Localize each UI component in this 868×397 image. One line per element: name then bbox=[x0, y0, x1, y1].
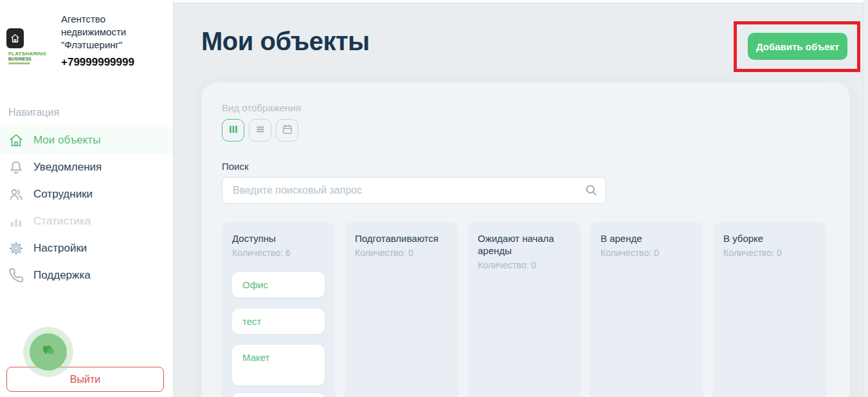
search-field bbox=[222, 177, 606, 204]
column-count: Количество: 0 bbox=[478, 260, 570, 270]
main-content: Мои объекты Добавить объект Вид отображе… bbox=[174, 0, 868, 397]
add-object-button[interactable]: Добавить объект bbox=[748, 33, 847, 60]
calendar-view-button[interactable] bbox=[276, 119, 298, 142]
column-awaiting-rent: Ожидают начала аренды Количество: 0 bbox=[467, 222, 581, 397]
bell-icon bbox=[8, 160, 24, 175]
sidebar-item-label: Настройки bbox=[33, 242, 87, 255]
app-window: FLATSHARING BUSINESS Агентство недвижимо… bbox=[0, 0, 868, 397]
column-preparing: Подготавливаются Количество: 0 bbox=[345, 222, 458, 397]
view-mode-label: Вид отображения bbox=[222, 102, 301, 113]
sidebar-item-notifications[interactable]: Уведомления bbox=[0, 154, 174, 181]
column-count: Количество: 0 bbox=[601, 248, 693, 258]
sidebar-item-label: Поддержка bbox=[33, 269, 91, 282]
column-title: Подготавливаются bbox=[355, 232, 448, 245]
object-card-partial[interactable] bbox=[232, 393, 325, 397]
columns-view-icon bbox=[227, 123, 240, 138]
agency-logo: FLATSHARING BUSINESS bbox=[6, 28, 58, 64]
column-count: Количество: 0 bbox=[355, 248, 448, 258]
sidebar-item-label: Сотрудники bbox=[33, 188, 93, 201]
sidebar-item-my-objects[interactable]: Мои объекты bbox=[0, 127, 174, 154]
sidebar-item-label: Статистика bbox=[33, 215, 91, 228]
vertical-scrollbar[interactable] bbox=[863, 0, 868, 397]
sidebar-item-label: Уведомления bbox=[33, 161, 102, 174]
object-card[interactable]: Макет bbox=[232, 345, 325, 385]
gear-icon bbox=[8, 241, 24, 256]
column-title: Доступны bbox=[232, 232, 325, 245]
agency-phone: +79999999999 bbox=[61, 56, 134, 69]
search-input[interactable] bbox=[222, 177, 606, 204]
column-count: Количество: 0 bbox=[723, 248, 816, 258]
sidebar-item-employees[interactable]: Сотрудники bbox=[0, 181, 174, 208]
calendar-view-icon bbox=[281, 123, 294, 138]
page-title: Мои объекты bbox=[201, 27, 370, 56]
search-label: Поиск bbox=[222, 161, 249, 172]
column-available: Доступны Количество: 6 Офис тест Макет bbox=[222, 222, 335, 397]
brand-bottom-label: BUSINESS bbox=[8, 57, 46, 61]
column-count: Количество: 6 bbox=[232, 248, 325, 258]
objects-panel: Вид отображения bbox=[201, 82, 850, 397]
home-icon bbox=[8, 133, 24, 148]
list-view-button[interactable] bbox=[249, 119, 271, 142]
column-title: В аренде bbox=[601, 232, 693, 245]
phone-icon bbox=[8, 268, 24, 283]
sidebar-nav: Мои объекты Уведомления bbox=[0, 127, 174, 289]
object-card[interactable]: тест bbox=[232, 309, 325, 334]
kanban-board: Доступны Количество: 6 Офис тест Макет П… bbox=[222, 222, 826, 397]
chat-fab-halo bbox=[23, 327, 73, 377]
users-icon bbox=[8, 187, 24, 202]
column-title: Ожидают начала аренды bbox=[478, 232, 570, 257]
agency-name: Агентство недвижимости "Флэтшеринг" bbox=[61, 13, 154, 51]
sidebar-item-statistics[interactable]: Статистика bbox=[0, 208, 174, 235]
brand-text: FLATSHARING BUSINESS bbox=[8, 48, 46, 64]
column-cleaning: В уборке Количество: 0 bbox=[713, 222, 826, 397]
top-strip bbox=[174, 0, 868, 3]
list-view-icon bbox=[254, 123, 267, 138]
chat-fab-button[interactable] bbox=[30, 333, 67, 371]
chat-bubbles-icon bbox=[39, 342, 57, 362]
brand-tagline-decoration bbox=[8, 62, 30, 64]
sidebar-item-label: Мои объекты bbox=[33, 134, 100, 147]
column-rented: В аренде Количество: 0 bbox=[590, 222, 703, 397]
columns-view-button[interactable] bbox=[222, 119, 244, 142]
logo-house-icon bbox=[6, 28, 24, 48]
column-title: В уборке bbox=[723, 232, 816, 245]
sidebar-item-support[interactable]: Поддержка bbox=[0, 262, 174, 289]
brand-top-label: FLATSHARING bbox=[8, 51, 46, 57]
sidebar: FLATSHARING BUSINESS Агентство недвижимо… bbox=[0, 0, 174, 397]
view-mode-toggle bbox=[222, 119, 298, 142]
logout-button[interactable]: Выйти bbox=[6, 367, 164, 392]
search-icon bbox=[584, 183, 598, 197]
chart-icon bbox=[8, 214, 24, 229]
object-card[interactable]: Офис bbox=[232, 272, 325, 297]
sidebar-item-settings[interactable]: Настройки bbox=[0, 235, 174, 262]
nav-section-label: Навигация bbox=[8, 107, 59, 118]
